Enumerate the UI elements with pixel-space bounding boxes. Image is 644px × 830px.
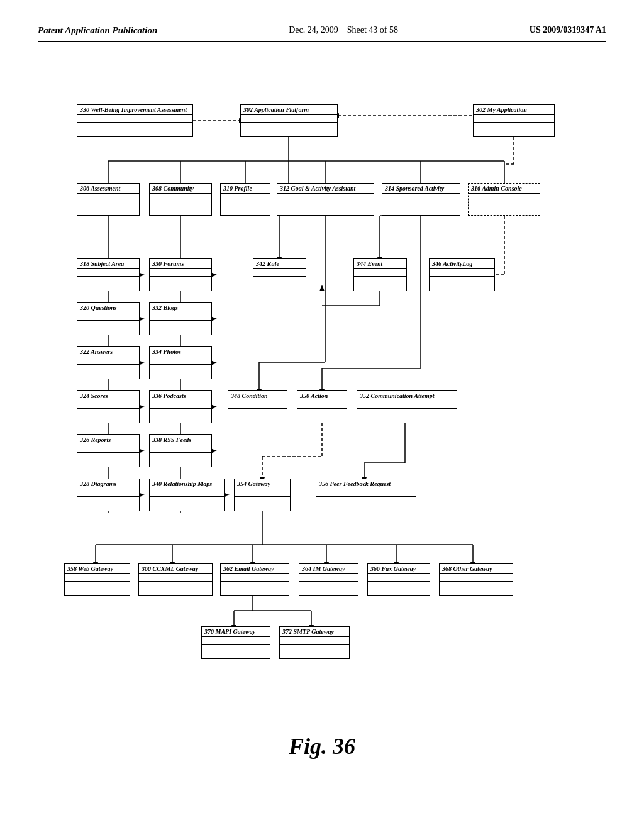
box-368-label: 368 Other Gateway [440,564,513,573]
box-344-label: 344 Event [354,259,406,268]
box-356: 356 Peer Feedback Request [316,479,416,511]
box-302ma: 302 My Application [473,104,555,137]
box-310-label: 310 Profile [221,184,270,193]
diagram-area: 330 Well-Being Improvement Assessment 30… [45,60,599,721]
box-316: 316 Admin Console [468,183,540,216]
box-314-label: 314 Sponsored Activity [382,184,460,193]
box-318: 318 Subject Area [77,258,140,291]
box-368: 368 Other Gateway [439,563,513,596]
box-302ap-label: 302 Application Platform [241,105,337,114]
box-334-label: 334 Photos [150,347,211,357]
box-330: 330 Well-Being Improvement Assessment [77,104,193,137]
box-360-label: 360 CCXML Gateway [139,564,212,573]
box-340-label: 340 Relationship Maps [150,479,224,489]
box-326-label: 326 Reports [77,435,139,445]
box-352: 352 Communication Attempt [357,390,457,423]
box-348: 348 Condition [228,390,287,423]
box-350-label: 350 Action [297,391,347,401]
box-352-label: 352 Communication Attempt [357,391,457,401]
box-340: 340 Relationship Maps [149,479,225,511]
box-342: 342 Rule [253,258,306,291]
svg-marker-62 [319,285,325,291]
box-358: 358 Web Gateway [64,563,130,596]
box-342-label: 342 Rule [253,259,306,268]
box-366: 366 Fax Gateway [367,563,430,596]
box-336-label: 336 Podcasts [150,391,211,401]
box-360: 360 CCXML Gateway [138,563,213,596]
box-346-label: 346 ActivityLog [430,259,494,268]
box-350: 350 Action [297,390,347,423]
figure-label: Fig. 36 [38,733,606,760]
box-306: 306 Assessment [77,183,140,216]
box-370-label: 370 MAPI Gateway [202,627,270,636]
page: Patent Application Publication Dec. 24, … [0,0,644,830]
box-314: 314 Sponsored Activity [382,183,460,216]
box-362: 362 Email Gateway [220,563,289,596]
box-322: 322 Answers [77,346,140,379]
publication-title: Patent Application Publication [38,25,157,36]
box-332: 332 Blogs [149,302,212,335]
box-302ma-label: 302 My Application [474,105,554,114]
box-336: 336 Podcasts [149,390,212,423]
box-322-label: 322 Answers [77,347,139,357]
box-316-label: 316 Admin Console [469,184,540,193]
sheet-number: Sheet 43 of 58 [347,25,398,35]
box-364: 364 IM Gateway [299,563,358,596]
header-center: Dec. 24, 2009 Sheet 43 of 58 [289,25,398,35]
box-310: 310 Profile [220,183,270,216]
box-324-label: 324 Scores [77,391,139,401]
header: Patent Application Publication Dec. 24, … [38,25,606,42]
box-302ap: 302 Application Platform [240,104,338,137]
box-354: 354 Gateway [234,479,291,511]
box-354-label: 354 Gateway [235,479,290,489]
box-372-label: 372 SMTP Gateway [280,627,349,636]
box-338rss-label: 338 RSS Feeds [150,435,211,445]
box-370: 370 MAPI Gateway [201,626,270,659]
box-372: 372 SMTP Gateway [279,626,350,659]
box-328: 328 Diagrams [77,479,140,511]
box-344: 344 Event [353,258,407,291]
box-338rss: 338 RSS Feeds [149,434,212,467]
box-348-label: 348 Condition [228,391,287,401]
patent-number: US 2009/0319347 A1 [530,25,606,35]
box-332-label: 332 Blogs [150,303,211,313]
box-326: 326 Reports [77,434,140,467]
box-306-label: 306 Assessment [77,184,139,193]
publication-date: Dec. 24, 2009 [289,25,338,35]
box-318-label: 318 Subject Area [77,259,139,268]
box-362-label: 362 Email Gateway [221,564,289,573]
box-312-label: 312 Goal & Activity Assistant [277,184,374,193]
box-320-label: 320 Questions [77,303,139,313]
box-312: 312 Goal & Activity Assistant [277,183,374,216]
box-308-label: 308 Community [150,184,211,193]
box-324: 324 Scores [77,390,140,423]
box-346: 346 ActivityLog [429,258,495,291]
box-330-label: 330 Well-Being Improvement Assessment [77,105,192,114]
box-308: 308 Community [149,183,212,216]
box-358-label: 358 Web Gateway [65,564,130,573]
box-320: 320 Questions [77,302,140,335]
box-356-label: 356 Peer Feedback Request [316,479,416,489]
box-364-label: 364 IM Gateway [299,564,358,573]
box-366-label: 366 Fax Gateway [368,564,430,573]
box-334: 334 Photos [149,346,212,379]
box-328-label: 328 Diagrams [77,479,139,489]
box-330f: 330 Forums [149,258,212,291]
box-330f-label: 330 Forums [150,259,211,268]
